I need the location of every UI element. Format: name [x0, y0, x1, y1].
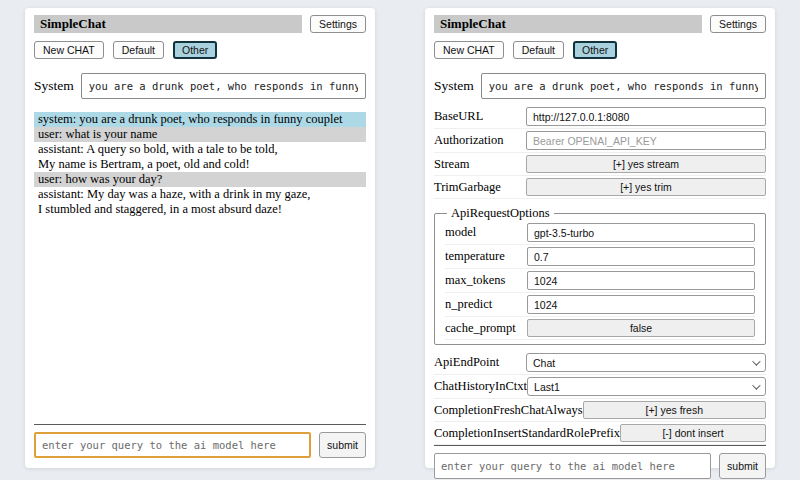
chat-panel-header: SimpleChat Settings [34, 15, 366, 33]
setting-control [527, 271, 755, 290]
setting-label: n_predict [445, 297, 492, 312]
input-temperature[interactable] [527, 247, 755, 266]
chat-message-user: user: what is your name [34, 127, 366, 142]
select-apiendpoint[interactable]: Chat [526, 353, 766, 372]
setting-row-chathistoryinctxt: ChatHistoryInCtxtLast1 [434, 375, 766, 399]
setting-label: CompletionInsertStandardRolePrefix [434, 426, 620, 441]
setting-label: temperature [445, 249, 505, 264]
input-max-tokens[interactable] [527, 271, 755, 290]
chevron-down-icon [752, 357, 760, 365]
setting-control [527, 295, 755, 314]
chat-message-user: user: how was your day? [34, 172, 366, 187]
system-prompt-row: System [434, 73, 766, 99]
setting-row-model: model [445, 221, 755, 245]
toggle-cache-prompt[interactable]: false [527, 319, 755, 337]
settings-button[interactable]: Settings [710, 15, 766, 33]
system-label: System [434, 78, 474, 94]
session-button-other[interactable]: Other [573, 41, 617, 59]
setting-control: [+] yes trim [526, 178, 766, 196]
api-request-options-group: ApiRequestOptions modeltemperaturemax_to… [434, 206, 766, 345]
settings-panel-header: SimpleChat Settings [434, 15, 766, 33]
setting-label: TrimGarbage [434, 180, 501, 195]
submit-button[interactable]: submit [319, 432, 366, 458]
settings-button[interactable]: Settings [310, 15, 366, 33]
setting-label: model [445, 225, 476, 240]
select-value: Chat [533, 357, 555, 369]
setting-label: ApiEndPoint [434, 355, 499, 370]
setting-label: max_tokens [445, 273, 505, 288]
setting-row-apiendpoint: ApiEndPointChat [434, 351, 766, 375]
setting-label: ChatHistoryInCtxt [434, 379, 527, 394]
query-divider [434, 445, 766, 446]
select-chathistoryinctxt[interactable]: Last1 [527, 377, 766, 396]
setting-control: [-] dont insert [620, 424, 766, 442]
select-value: Last1 [534, 381, 560, 393]
setting-row-baseurl: BaseURL [434, 105, 766, 129]
setting-control [526, 107, 766, 126]
input-authorization[interactable] [526, 131, 766, 150]
session-buttons: New CHATDefaultOther [34, 41, 366, 59]
chat-message-system: system: you are a drunk poet, who respon… [34, 112, 366, 127]
session-button-new-chat[interactable]: New CHAT [34, 41, 104, 59]
settings-list-bottom: ApiEndPointChatChatHistoryInCtxtLast1Com… [434, 351, 766, 445]
setting-control [527, 247, 755, 266]
session-button-other[interactable]: Other [173, 41, 217, 59]
chat-log-empty-space [34, 217, 366, 424]
query-divider [34, 424, 366, 425]
session-button-new-chat[interactable]: New CHAT [434, 41, 504, 59]
setting-row-max-tokens: max_tokens [445, 269, 755, 293]
setting-row-authorization: Authorization [434, 129, 766, 153]
chat-log: system: you are a drunk poet, who respon… [34, 112, 366, 217]
query-input[interactable] [434, 453, 711, 479]
system-prompt-input[interactable] [481, 73, 766, 99]
input-baseurl[interactable] [526, 107, 766, 126]
setting-label: Stream [434, 157, 469, 172]
setting-control: false [527, 319, 755, 337]
query-row: submit [34, 432, 366, 458]
settings-panel: SimpleChat Settings New CHATDefaultOther… [425, 8, 775, 468]
setting-row-temperature: temperature [445, 245, 755, 269]
setting-row-completioninsertstandardroleprefix: CompletionInsertStandardRolePrefix[-] do… [434, 422, 766, 445]
setting-label: CompletionFreshChatAlways [434, 403, 583, 418]
setting-row-trimgarbage: TrimGarbage[+] yes trim [434, 176, 766, 199]
setting-row-stream: Stream[+] yes stream [434, 153, 766, 176]
setting-label: Authorization [434, 133, 503, 148]
setting-control [526, 131, 766, 150]
chat-message-assistant: assistant: A query so bold, with a tale … [34, 142, 366, 172]
setting-control: Chat [526, 353, 766, 372]
system-prompt-input[interactable] [81, 73, 366, 99]
system-label: System [34, 78, 74, 94]
chat-message-assistant: assistant: My day was a haze, with a dri… [34, 187, 366, 217]
app-title: SimpleChat [34, 15, 302, 33]
input-model[interactable] [527, 223, 755, 242]
setting-control: [+] yes fresh [583, 401, 766, 419]
workspace: SimpleChat Settings New CHATDefaultOther… [0, 0, 800, 468]
session-button-default[interactable]: Default [513, 41, 564, 59]
api-request-options-legend: ApiRequestOptions [447, 206, 554, 221]
setting-row-n-predict: n_predict [445, 293, 755, 317]
setting-control: Last1 [527, 377, 766, 396]
query-input[interactable] [34, 432, 311, 458]
setting-label: cache_prompt [445, 321, 516, 336]
submit-button[interactable]: submit [719, 453, 766, 479]
chevron-down-icon [752, 381, 760, 389]
query-row: submit [434, 453, 766, 479]
toggle-completioninsertstandardroleprefix[interactable]: [-] dont insert [620, 424, 766, 442]
chat-panel: SimpleChat Settings New CHATDefaultOther… [25, 8, 375, 468]
input-n-predict[interactable] [527, 295, 755, 314]
system-prompt-row: System [34, 73, 366, 99]
toggle-stream[interactable]: [+] yes stream [526, 155, 766, 173]
toggle-completionfreshchatalways[interactable]: [+] yes fresh [583, 401, 766, 419]
settings-list-top: BaseURLAuthorizationStream[+] yes stream… [434, 105, 766, 199]
setting-label: BaseURL [434, 109, 483, 124]
setting-control: [+] yes stream [526, 155, 766, 173]
session-buttons: New CHATDefaultOther [434, 41, 766, 59]
setting-control [527, 223, 755, 242]
setting-row-completionfreshchatalways: CompletionFreshChatAlways[+] yes fresh [434, 399, 766, 422]
app-title: SimpleChat [434, 15, 702, 33]
setting-row-cache-prompt: cache_promptfalse [445, 317, 755, 340]
session-button-default[interactable]: Default [113, 41, 164, 59]
api-request-options-rows: modeltemperaturemax_tokensn_predictcache… [445, 221, 755, 340]
toggle-trimgarbage[interactable]: [+] yes trim [526, 178, 766, 196]
